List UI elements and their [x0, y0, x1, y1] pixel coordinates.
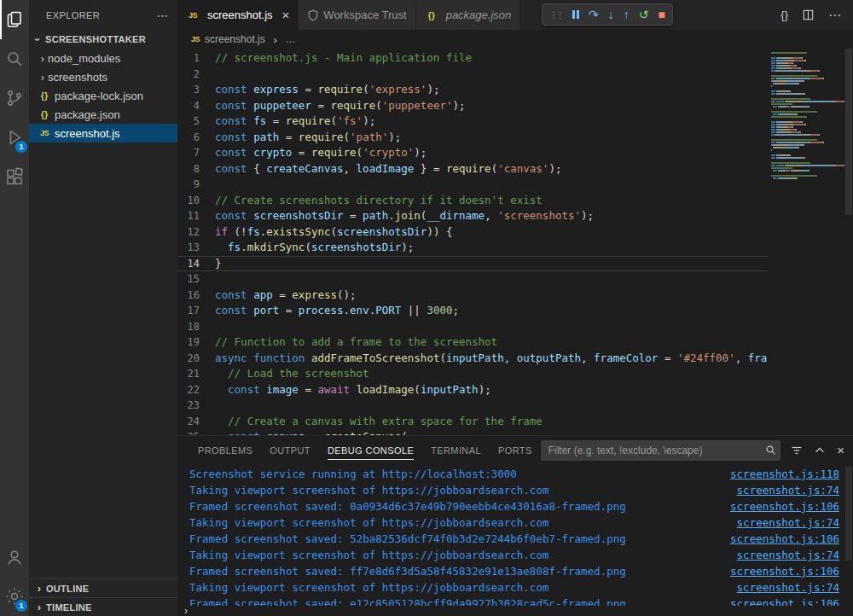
code-line[interactable]: 11const screenshotsDir = path.join(__dir… [177, 208, 768, 224]
restart-button[interactable]: ↺ [639, 9, 649, 20]
explorer-item-package-json[interactable]: {}package.json [29, 105, 177, 124]
editor-tab-screenshot-js[interactable]: JSscreenshot.js× [177, 0, 299, 30]
code-line[interactable]: 15 [177, 271, 768, 288]
panel-tab-output[interactable]: OUTPUT [261, 436, 319, 464]
console-source-link[interactable]: screenshot.js:74 [727, 549, 839, 561]
console-row: Taking viewport screenshot of https://jo… [177, 547, 853, 563]
explorer-more-actions-icon[interactable]: ⋯ [157, 9, 169, 22]
line-number: 10 [177, 193, 215, 209]
explorer-item-node-modules[interactable]: ›node_modules [29, 49, 177, 67]
console-source-link[interactable]: screenshot.js:106 [720, 565, 839, 578]
activity-search[interactable] [0, 39, 29, 78]
console-source-link[interactable]: screenshot.js:106 [720, 597, 839, 606]
editor-tab-workspace-trust[interactable]: Workspace Trust [299, 0, 415, 30]
code-line[interactable]: 22 const image = await loadImage(inputPa… [177, 382, 768, 398]
explorer-item-package-lock-json[interactable]: {}package-lock.json [29, 86, 177, 105]
code-line[interactable]: 4const puppeteer = require('puppeteer'); [177, 98, 768, 114]
debug-toolbar: ⋮⋮ ↷ ↓ ↑ ↺ ■ [542, 3, 673, 26]
filter-icon[interactable] [791, 445, 803, 456]
tab-label: screenshot.js [207, 9, 273, 21]
pause-button[interactable] [572, 10, 579, 19]
breadcrumb[interactable]: JS screenshot.js › … [177, 30, 853, 49]
code-line[interactable]: 23 [177, 398, 768, 414]
step-into-button[interactable]: ↓ [608, 9, 614, 20]
stop-button[interactable]: ■ [658, 9, 664, 20]
activity-explorer[interactable] [0, 0, 29, 39]
timeline-label: TIMELINE [46, 602, 92, 613]
debug-console-output[interactable]: Screenshot service running at http://loc… [177, 464, 853, 606]
code-line[interactable]: 25 const canvas = createCanvas( [177, 429, 768, 435]
json-file-icon: {} [425, 10, 438, 20]
filter-input[interactable] [541, 440, 781, 461]
code-line[interactable]: 24 // Create a canvas with extra space f… [177, 414, 768, 430]
code-line[interactable]: 6const path = require('path'); [177, 130, 768, 146]
chevron-right-icon[interactable]: › [181, 605, 191, 616]
files-icon [4, 9, 25, 30]
explorer-item-screenshot-js[interactable]: JSscreenshot.js [29, 124, 177, 142]
activity-extensions[interactable] [0, 157, 29, 196]
line-number: 17 [177, 303, 215, 319]
activity-account[interactable] [0, 538, 29, 577]
step-over-button[interactable]: ↷ [589, 9, 599, 20]
panel-tab-terminal[interactable]: TERMINAL [422, 436, 490, 464]
chevron-right-icon: › [34, 601, 44, 613]
console-source-link[interactable]: screenshot.js:74 [727, 516, 839, 529]
scrollbar-thumb[interactable] [845, 49, 852, 215]
timeline-section-header[interactable]: › TIMELINE [29, 597, 177, 616]
console-scrollbar[interactable] [845, 467, 852, 561]
code-line[interactable]: 21 // Load the screenshot [177, 366, 768, 382]
code-line[interactable]: 19// Function to add a frame to the scre… [177, 334, 768, 351]
console-source-link[interactable]: screenshot.js:118 [720, 468, 839, 480]
panel-tab-problems[interactable]: PROBLEMS [189, 436, 261, 464]
line-number: 13 [177, 240, 215, 256]
minimap[interactable] [768, 49, 844, 435]
chevron-up-icon[interactable] [814, 445, 826, 456]
line-number: 6 [177, 130, 215, 146]
drag-handle-icon[interactable]: ⋮⋮ [549, 10, 563, 20]
explorer-section-screenshottaker[interactable]: › SCREENSHOTTAKER [29, 30, 177, 49]
activity-settings[interactable]: 1 [0, 577, 29, 616]
editor-scrollbar[interactable] [844, 49, 853, 435]
code-line[interactable]: 14} [177, 256, 768, 272]
panel-tab-debug-console[interactable]: DEBUG CONSOLE [319, 436, 422, 464]
braces-icon[interactable]: {} [780, 9, 788, 21]
line-text: const port = process.env.PORT || 3000; [215, 303, 459, 319]
code-line[interactable]: 8const { createCanvas, loadImage } = req… [177, 161, 768, 177]
editor-tab-package-json[interactable]: {}package.json [416, 0, 521, 30]
step-out-button[interactable]: ↑ [624, 9, 630, 20]
code-line[interactable]: 17const port = process.env.PORT || 3000; [177, 303, 768, 319]
split-editor-icon[interactable] [802, 9, 815, 21]
more-actions-icon[interactable]: ⋯ [828, 8, 841, 23]
activity-source-control[interactable] [0, 78, 29, 118]
code-line[interactable]: 18 [177, 319, 768, 335]
breadcrumb-symbol[interactable]: … [286, 33, 296, 45]
close-icon[interactable]: × [282, 8, 290, 22]
close-panel-icon[interactable]: × [837, 443, 844, 457]
console-source-link[interactable]: screenshot.js:74 [727, 581, 839, 594]
panel-tab-ports[interactable]: PORTS [490, 436, 541, 464]
line-number: 1 [177, 50, 215, 67]
code-area[interactable]: 1// screenshot.js - Main application fil… [177, 49, 768, 435]
code-line[interactable]: 13 fs.mkdirSync(screenshotsDir); [177, 240, 768, 256]
console-source-link[interactable]: screenshot.js:106 [720, 500, 839, 513]
activity-run-debug[interactable]: 1 [0, 118, 29, 157]
line-number: 7 [177, 145, 215, 161]
console-source-link[interactable]: screenshot.js:106 [720, 532, 839, 545]
code-line[interactable]: 7const crypto = require('crypto'); [177, 145, 768, 161]
line-text: const path = require('path'); [215, 130, 401, 146]
line-text: // Function to add a frame to the screen… [215, 334, 497, 351]
code-line[interactable]: 5const fs = require('fs'); [177, 113, 768, 130]
explorer-item-screenshots[interactable]: ›screenshots [29, 67, 177, 86]
code-line[interactable]: 2 [177, 67, 768, 83]
outline-section-header[interactable]: › OUTLINE [29, 578, 177, 597]
code-line[interactable]: 1// screenshot.js - Main application fil… [177, 50, 768, 67]
code-line[interactable]: 10// Create screenshots directory if it … [177, 193, 768, 209]
code-line[interactable]: 20async function addFrameToScreenshot(in… [177, 351, 768, 367]
code-line[interactable]: 9 [177, 177, 768, 193]
panel-header: PROBLEMSOUTPUTDEBUG CONSOLETERMINALPORTS… [177, 436, 853, 464]
code-line[interactable]: 3const express = require('express'); [177, 82, 768, 98]
code-line[interactable]: 16const app = express(); [177, 288, 768, 304]
breadcrumb-file[interactable]: screenshot.js [205, 33, 265, 45]
code-line[interactable]: 12if (!fs.existsSync(screenshotsDir)) { [177, 224, 768, 241]
console-source-link[interactable]: screenshot.js:74 [727, 484, 839, 497]
